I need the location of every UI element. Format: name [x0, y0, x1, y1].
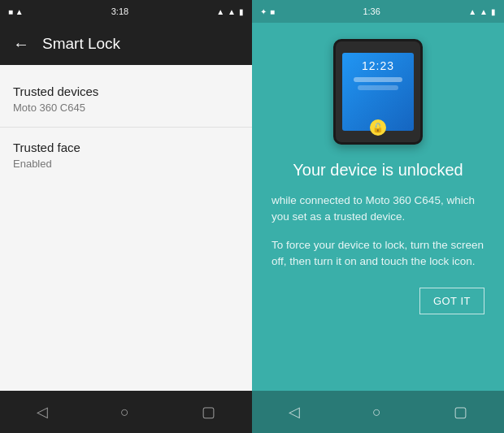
- signal-icon-right: ▲: [480, 7, 488, 16]
- unlocked-title: Your device is unlocked: [293, 161, 463, 180]
- tablet-body: 12:23 🔓: [333, 39, 423, 145]
- trusted-face-subtitle: Enabled: [13, 158, 239, 170]
- wifi-icon-left: ▲: [216, 7, 224, 16]
- recents-nav-left[interactable]: ▢: [202, 403, 215, 421]
- trusted-face-title: Trusted face: [13, 141, 239, 154]
- body-text-1: while connected to Moto 360 C645, which …: [272, 193, 484, 226]
- toolbar: ← Smart Lock: [0, 23, 252, 65]
- nav-bar-left: ◁ ○ ▢: [0, 391, 252, 433]
- got-it-button[interactable]: GOT IT: [419, 288, 484, 314]
- trusted-face-item[interactable]: Trusted face Enabled: [0, 128, 252, 183]
- time-left: 3:18: [111, 6, 128, 16]
- recents-nav-right[interactable]: ▢: [454, 403, 467, 421]
- back-nav-left[interactable]: ◁: [37, 403, 48, 421]
- bluetooth-icon: ✦: [260, 7, 267, 16]
- content-area: 12:23 🔓 Your device is unlocked while co…: [252, 23, 504, 391]
- tablet-bar-1: [354, 77, 402, 82]
- lock-badge: 🔓: [370, 119, 386, 136]
- trusted-devices-subtitle: Moto 360 C645: [13, 102, 239, 114]
- home-nav-left[interactable]: ○: [120, 404, 129, 421]
- left-panel: ■ ▲ 3:18 ▲ ▲ ▮ ← Smart Lock Trusted devi…: [0, 0, 252, 433]
- wifi-icon-right: ▲: [468, 7, 476, 16]
- status-bar-right: ✦ ■ 1:36 ▲ ▲ ▮: [252, 0, 504, 23]
- button-row: GOT IT: [272, 288, 484, 314]
- battery-icon-right: ▮: [491, 7, 496, 16]
- sim-icons-left: ■ ▲: [8, 7, 24, 16]
- status-icons-left: ▲ ▲ ▮: [216, 7, 244, 16]
- battery-icon-left: ▮: [239, 7, 244, 16]
- status-bar-left: ■ ▲ 3:18 ▲ ▲ ▮: [0, 0, 252, 23]
- sim-icon-right: ■: [270, 7, 275, 16]
- toolbar-title: Smart Lock: [42, 35, 120, 53]
- right-panel: ✦ ■ 1:36 ▲ ▲ ▮ 12:23 🔓 Your device is un…: [252, 0, 504, 433]
- tablet-bar-2: [358, 85, 398, 90]
- trusted-devices-title: Trusted devices: [13, 84, 239, 98]
- signal-icon-left: ▲: [228, 7, 236, 16]
- home-nav-right[interactable]: ○: [372, 404, 381, 421]
- back-nav-right[interactable]: ◁: [289, 403, 300, 421]
- status-icons-right: ▲ ▲ ▮: [468, 7, 496, 16]
- body-text-2: To force your device to lock, turn the s…: [272, 237, 484, 271]
- time-right: 1:36: [363, 6, 380, 16]
- back-button[interactable]: ←: [13, 35, 29, 54]
- status-icons-right-left: ✦ ■: [260, 7, 275, 16]
- settings-list: Trusted devices Moto 360 C645 Trusted fa…: [0, 65, 252, 391]
- tablet-illustration: 12:23 🔓: [333, 39, 423, 145]
- nav-bar-right: ◁ ○ ▢: [252, 391, 504, 433]
- trusted-devices-item[interactable]: Trusted devices Moto 360 C645: [0, 71, 252, 127]
- tablet-time: 12:23: [362, 59, 394, 72]
